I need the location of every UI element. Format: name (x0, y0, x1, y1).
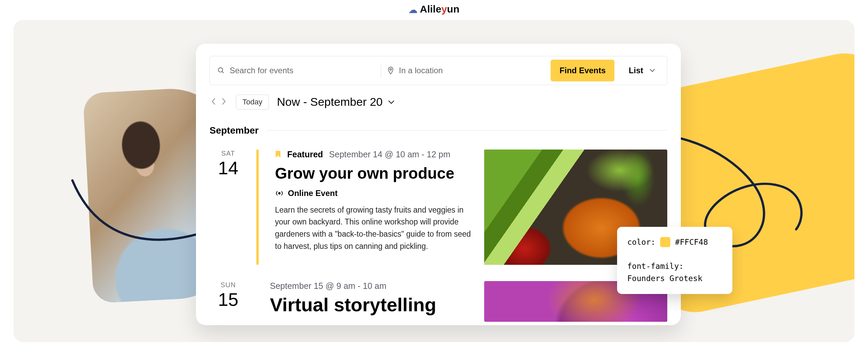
online-event-label: Online Event (288, 189, 338, 198)
event-time: September 15 @ 9 am - 10 am (270, 281, 387, 291)
event-description: Learn the secrets of growing tasty fruit… (275, 204, 474, 253)
today-button[interactable]: Today (236, 95, 269, 110)
location-pin-icon (387, 66, 394, 75)
event-date: SAT 14 (210, 150, 247, 265)
tip-font-key: font-family: (627, 260, 722, 273)
date-range-picker[interactable]: Now - September 20 (277, 95, 395, 109)
event-date: SUN 15 (210, 281, 247, 322)
find-events-button[interactable]: Find Events (551, 60, 614, 81)
search-location-input[interactable] (399, 66, 545, 75)
event-day: 14 (210, 159, 247, 177)
event-time: September 14 @ 10 am - 12 pm (329, 150, 451, 159)
chevron-left-icon (211, 97, 216, 105)
site-logo: ☁ Alileyun (0, 0, 868, 15)
chevron-right-icon (221, 97, 226, 105)
month-heading: September (210, 125, 667, 136)
hero-canvas: Find Events List Today Now - September 2… (14, 20, 854, 342)
event-title-link[interactable]: Virtual storytelling (270, 294, 474, 316)
next-button[interactable] (220, 96, 228, 108)
event-weekday: SAT (210, 150, 247, 157)
chevron-down-icon (388, 100, 395, 104)
tip-color-value: #FFCF48 (675, 236, 708, 249)
event-row: SUN 15 September 15 @ 9 am - 10 am Virtu… (210, 281, 667, 322)
style-tip-card: color: #FFCF48 font-family: Founders Gro… (617, 227, 732, 294)
view-label: List (629, 66, 643, 75)
date-toolbar: Today Now - September 20 (210, 95, 667, 110)
bookmark-icon (275, 150, 281, 158)
svg-point-0 (218, 67, 223, 72)
svg-line-1 (222, 71, 224, 73)
divider (381, 63, 381, 78)
search-events-input[interactable] (230, 66, 375, 75)
search-location-segment[interactable] (387, 66, 545, 75)
chevron-down-icon (649, 68, 655, 73)
event-title-link[interactable]: Grow your own produce (275, 164, 474, 182)
event-row: SAT 14 Featured September 14 @ 10 am - 1… (210, 150, 667, 265)
events-card: Find Events List Today Now - September 2… (196, 44, 681, 325)
svg-point-3 (279, 192, 280, 194)
divider (267, 130, 667, 131)
cloud-icon: ☁ (409, 5, 417, 15)
month-label: September (210, 125, 259, 136)
search-events-segment[interactable] (217, 66, 375, 75)
svg-point-2 (390, 68, 392, 70)
color-swatch (660, 237, 670, 247)
search-icon (217, 66, 225, 75)
featured-label: Featured (287, 150, 323, 159)
tip-font-value: Founders Grotesk (627, 273, 722, 285)
prev-button[interactable] (210, 96, 218, 108)
event-body: Featured September 14 @ 10 am - 12 pm Gr… (269, 150, 474, 265)
featured-accent (256, 150, 259, 265)
date-range-label: Now - September 20 (277, 95, 383, 109)
event-day: 15 (210, 290, 247, 309)
broadcast-icon (275, 190, 284, 197)
event-weekday: SUN (210, 281, 247, 289)
view-dropdown[interactable]: List (620, 66, 664, 75)
search-bar: Find Events List (210, 56, 667, 85)
tip-color-key: color: (627, 236, 655, 249)
